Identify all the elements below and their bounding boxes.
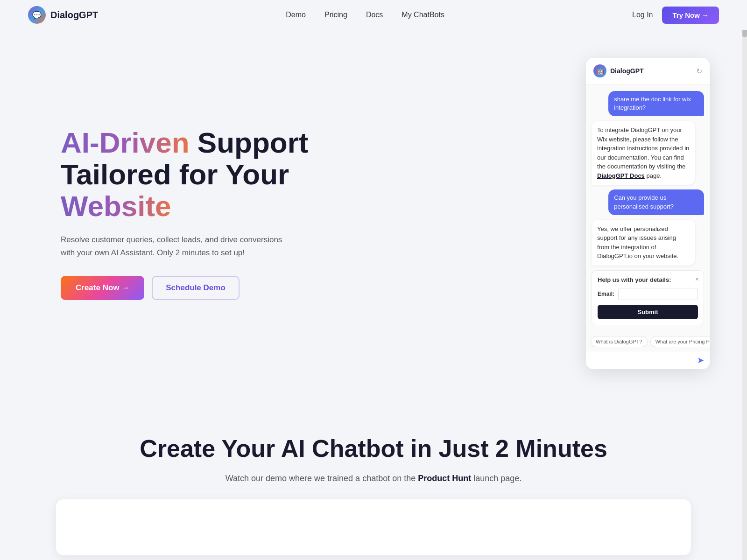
chat-widget-container: 🤖 DialogGPT ↻ share me the doc link for … [586,58,710,369]
login-button[interactable]: Log In [632,11,653,19]
chat-bot-icon: 🤖 [593,64,606,77]
submit-button[interactable]: Submit [598,305,698,319]
logo-icon: 💬 [28,6,46,24]
lead-capture-form: Help us with your details: × Email: Subm… [592,270,704,325]
hero-section: AI-Driven Support Tailored for Your Webs… [0,30,747,397]
bottom-subtitle-end: launch page. [471,474,521,483]
demo-video-area [56,499,691,555]
email-row: Email: [598,288,698,300]
bottom-subtitle-start: Watch our demo where we trained a chatbo… [226,474,418,483]
chat-bot-name: DialogGPT [610,67,644,75]
chat-widget: 🤖 DialogGPT ↻ share me the doc link for … [586,58,710,369]
chat-body: share me the doc link for wix integratio… [586,84,710,332]
nav-links: Demo Pricing Docs My ChatBots [286,11,444,19]
hero-title-website: Website [61,190,171,222]
user-message-1: share me the doc link for wix integratio… [608,91,704,116]
chat-suggestions: What is DialogGPT? What are your Pricing… [586,332,710,351]
logo-text: DialogGPT [50,10,98,21]
navbar: 💬 DialogGPT Demo Pricing Docs My ChatBot… [0,0,747,30]
lead-form-close-icon[interactable]: × [695,275,699,283]
send-icon[interactable]: ➤ [697,355,704,365]
suggestion-chip-1[interactable]: What is DialogGPT? [591,336,648,347]
chat-header: 🤖 DialogGPT ↻ [586,58,710,84]
nav-docs[interactable]: Docs [366,11,383,19]
hero-title-tailored: Tailored for Your [61,158,289,190]
chat-header-left: 🤖 DialogGPT [593,64,644,77]
nav-demo[interactable]: Demo [286,11,306,19]
hero-title-support: Support [197,126,309,159]
chat-refresh-icon[interactable]: ↻ [696,67,702,76]
try-now-button[interactable]: Try Now → [662,7,719,24]
docs-link[interactable]: DialogGPT Docs [597,172,645,179]
create-now-button[interactable]: Create Now → [61,276,144,300]
chat-input-row: ➤ [586,351,710,369]
bot-message-1: To integrate DialogGPT on your Wix websi… [592,121,695,185]
user-message-2: Can you provide us personalised support? [608,189,704,215]
hero-subtitle: Resolve customer queries, collect leads,… [61,233,285,259]
nav-pricing[interactable]: Pricing [324,11,347,19]
bottom-section: Create Your AI Chatbot in Just 2 Minutes… [0,397,747,560]
scrollbar[interactable] [742,0,747,560]
suggestion-chip-2[interactable]: What are your Pricing Plans? [650,336,710,347]
bottom-title: Create Your AI Chatbot in Just 2 Minutes [28,434,719,462]
bottom-subtitle: Watch our demo where we trained a chatbo… [28,472,719,485]
hero-buttons: Create Now → Schedule Demo [61,276,331,300]
bot-message-2: Yes, we offer personalized support for a… [592,220,695,266]
hero-title: AI-Driven Support Tailored for Your Webs… [61,127,331,223]
email-label: Email: [598,291,614,297]
nav-mychatbots[interactable]: My ChatBots [402,11,444,19]
hero-title-gradient: AI-Driven [61,126,190,159]
schedule-demo-button[interactable]: Schedule Demo [152,276,240,300]
bottom-subtitle-bold: Product Hunt [418,474,471,483]
email-input[interactable] [618,288,698,300]
logo[interactable]: 💬 DialogGPT [28,6,98,24]
hero-content: AI-Driven Support Tailored for Your Webs… [61,127,331,300]
lead-form-title: Help us with your details: [598,276,698,283]
nav-actions: Log In Try Now → [632,7,719,24]
chat-input[interactable] [592,357,693,364]
